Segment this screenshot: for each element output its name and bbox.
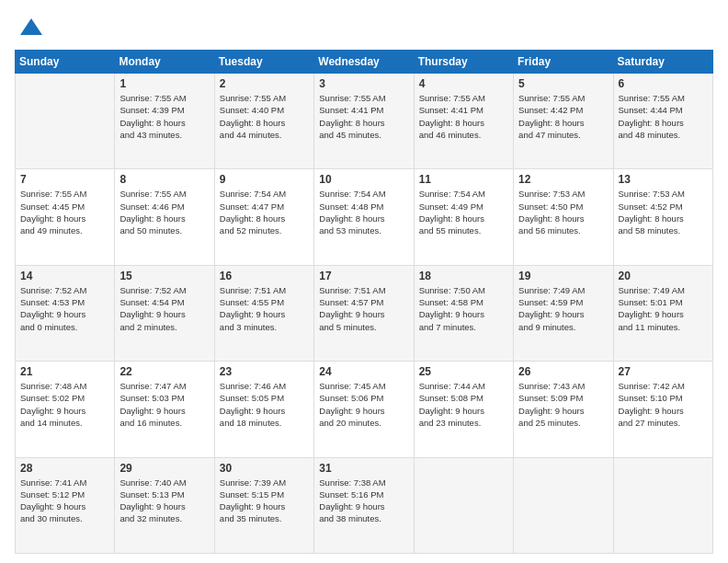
header	[15, 15, 713, 40]
day-info: Sunrise: 7:43 AMSunset: 5:09 PMDaylight:…	[518, 380, 608, 429]
calendar-cell: 9Sunrise: 7:54 AMSunset: 4:47 PMDaylight…	[214, 169, 313, 265]
day-info: Sunrise: 7:49 AMSunset: 4:59 PMDaylight:…	[518, 284, 608, 333]
calendar-cell: 2Sunrise: 7:55 AMSunset: 4:40 PMDaylight…	[214, 74, 313, 169]
day-number: 10	[319, 173, 408, 186]
day-number: 5	[518, 77, 608, 90]
day-info: Sunrise: 7:53 AMSunset: 4:50 PMDaylight:…	[518, 188, 608, 236]
calendar-cell	[414, 457, 513, 553]
day-number: 29	[119, 462, 209, 475]
day-info: Sunrise: 7:54 AMSunset: 4:49 PMDaylight:…	[419, 188, 508, 236]
calendar-cell: 1Sunrise: 7:55 AMSunset: 4:39 PMDaylight…	[115, 74, 214, 169]
weekday-header-wednesday: Wednesday	[314, 51, 414, 74]
week-row-4: 21Sunrise: 7:48 AMSunset: 5:02 PMDayligh…	[16, 362, 713, 457]
day-info: Sunrise: 7:45 AMSunset: 5:06 PMDaylight:…	[319, 380, 408, 429]
day-info: Sunrise: 7:51 AMSunset: 4:57 PMDaylight:…	[319, 284, 408, 333]
calendar-cell: 14Sunrise: 7:52 AMSunset: 4:53 PMDayligh…	[16, 265, 115, 361]
day-number: 13	[619, 173, 708, 186]
calendar-cell: 29Sunrise: 7:40 AMSunset: 5:13 PMDayligh…	[115, 457, 214, 553]
calendar-cell	[613, 457, 712, 553]
calendar-cell: 18Sunrise: 7:50 AMSunset: 4:58 PMDayligh…	[414, 265, 513, 361]
calendar-cell: 21Sunrise: 7:48 AMSunset: 5:02 PMDayligh…	[16, 362, 115, 457]
day-number: 24	[319, 365, 408, 378]
calendar-cell: 3Sunrise: 7:55 AMSunset: 4:41 PMDaylight…	[314, 74, 414, 169]
weekday-header-monday: Monday	[115, 51, 214, 74]
calendar-cell: 23Sunrise: 7:46 AMSunset: 5:05 PMDayligh…	[214, 362, 313, 457]
day-info: Sunrise: 7:55 AMSunset: 4:41 PMDaylight:…	[319, 92, 408, 141]
day-number: 4	[419, 77, 508, 90]
day-number: 22	[119, 365, 209, 378]
day-number: 27	[619, 365, 708, 378]
calendar-cell: 16Sunrise: 7:51 AMSunset: 4:55 PMDayligh…	[214, 265, 313, 361]
day-number: 23	[220, 365, 309, 378]
week-row-1: 1Sunrise: 7:55 AMSunset: 4:39 PMDaylight…	[16, 74, 713, 169]
calendar-cell: 7Sunrise: 7:55 AMSunset: 4:45 PMDaylight…	[16, 169, 115, 265]
calendar-cell: 20Sunrise: 7:49 AMSunset: 5:01 PMDayligh…	[613, 265, 712, 361]
calendar-cell: 12Sunrise: 7:53 AMSunset: 4:50 PMDayligh…	[514, 169, 613, 265]
day-number: 12	[518, 173, 608, 186]
day-info: Sunrise: 7:49 AMSunset: 5:01 PMDaylight:…	[619, 284, 708, 333]
weekday-header-saturday: Saturday	[613, 51, 712, 74]
weekday-header-sunday: Sunday	[16, 51, 115, 74]
weekday-header-tuesday: Tuesday	[214, 51, 313, 74]
calendar-cell: 15Sunrise: 7:52 AMSunset: 4:54 PMDayligh…	[115, 265, 214, 361]
day-number: 1	[119, 77, 209, 90]
calendar-cell	[514, 457, 613, 553]
day-number: 2	[220, 77, 309, 90]
calendar-cell: 5Sunrise: 7:55 AMSunset: 4:42 PMDaylight…	[514, 74, 613, 169]
calendar-cell: 4Sunrise: 7:55 AMSunset: 4:41 PMDaylight…	[414, 74, 513, 169]
day-info: Sunrise: 7:41 AMSunset: 5:12 PMDaylight:…	[20, 477, 109, 525]
day-info: Sunrise: 7:55 AMSunset: 4:46 PMDaylight:…	[119, 188, 209, 236]
day-number: 20	[619, 270, 708, 282]
calendar-cell: 26Sunrise: 7:43 AMSunset: 5:09 PMDayligh…	[514, 362, 613, 457]
day-number: 28	[20, 462, 109, 475]
day-number: 9	[220, 173, 309, 186]
logo	[15, 15, 44, 40]
day-number: 21	[20, 365, 109, 378]
day-info: Sunrise: 7:55 AMSunset: 4:40 PMDaylight:…	[220, 92, 309, 141]
day-number: 15	[119, 270, 209, 282]
calendar-cell: 30Sunrise: 7:39 AMSunset: 5:15 PMDayligh…	[214, 457, 313, 553]
weekday-header-row: SundayMondayTuesdayWednesdayThursdayFrid…	[16, 51, 713, 74]
calendar-table: SundayMondayTuesdayWednesdayThursdayFrid…	[15, 50, 713, 554]
day-number: 19	[518, 270, 608, 282]
day-info: Sunrise: 7:50 AMSunset: 4:58 PMDaylight:…	[419, 284, 508, 333]
day-number: 26	[518, 365, 608, 378]
week-row-2: 7Sunrise: 7:55 AMSunset: 4:45 PMDaylight…	[16, 169, 713, 265]
day-info: Sunrise: 7:52 AMSunset: 4:53 PMDaylight:…	[20, 284, 109, 333]
day-number: 17	[319, 270, 408, 282]
day-info: Sunrise: 7:44 AMSunset: 5:08 PMDaylight:…	[419, 380, 508, 429]
day-number: 18	[419, 270, 508, 282]
day-number: 30	[220, 462, 309, 475]
day-number: 3	[319, 77, 408, 90]
day-info: Sunrise: 7:39 AMSunset: 5:15 PMDaylight:…	[220, 477, 309, 525]
day-number: 16	[220, 270, 309, 282]
day-number: 11	[419, 173, 508, 186]
day-info: Sunrise: 7:54 AMSunset: 4:47 PMDaylight:…	[220, 188, 309, 236]
calendar-cell: 24Sunrise: 7:45 AMSunset: 5:06 PMDayligh…	[314, 362, 414, 457]
page: SundayMondayTuesdayWednesdayThursdayFrid…	[0, 0, 728, 563]
day-info: Sunrise: 7:52 AMSunset: 4:54 PMDaylight:…	[119, 284, 209, 333]
day-info: Sunrise: 7:55 AMSunset: 4:41 PMDaylight:…	[419, 92, 508, 141]
day-number: 6	[619, 77, 708, 90]
day-info: Sunrise: 7:55 AMSunset: 4:44 PMDaylight:…	[619, 92, 708, 141]
day-number: 25	[419, 365, 508, 378]
svg-marker-0	[20, 18, 42, 35]
week-row-5: 28Sunrise: 7:41 AMSunset: 5:12 PMDayligh…	[16, 457, 713, 553]
weekday-header-thursday: Thursday	[414, 51, 513, 74]
day-info: Sunrise: 7:47 AMSunset: 5:03 PMDaylight:…	[119, 380, 209, 429]
calendar-cell: 27Sunrise: 7:42 AMSunset: 5:10 PMDayligh…	[613, 362, 712, 457]
calendar-cell: 11Sunrise: 7:54 AMSunset: 4:49 PMDayligh…	[414, 169, 513, 265]
calendar-cell: 17Sunrise: 7:51 AMSunset: 4:57 PMDayligh…	[314, 265, 414, 361]
day-info: Sunrise: 7:51 AMSunset: 4:55 PMDaylight:…	[220, 284, 309, 333]
calendar-cell	[16, 74, 115, 169]
day-number: 14	[20, 270, 109, 282]
calendar-cell: 6Sunrise: 7:55 AMSunset: 4:44 PMDaylight…	[613, 74, 712, 169]
day-info: Sunrise: 7:38 AMSunset: 5:16 PMDaylight:…	[319, 477, 408, 525]
day-info: Sunrise: 7:46 AMSunset: 5:05 PMDaylight:…	[220, 380, 309, 429]
calendar-cell: 28Sunrise: 7:41 AMSunset: 5:12 PMDayligh…	[16, 457, 115, 553]
day-info: Sunrise: 7:42 AMSunset: 5:10 PMDaylight:…	[619, 380, 708, 429]
calendar-cell: 31Sunrise: 7:38 AMSunset: 5:16 PMDayligh…	[314, 457, 414, 553]
day-info: Sunrise: 7:48 AMSunset: 5:02 PMDaylight:…	[20, 380, 109, 429]
day-info: Sunrise: 7:55 AMSunset: 4:42 PMDaylight:…	[518, 92, 608, 141]
calendar-cell: 13Sunrise: 7:53 AMSunset: 4:52 PMDayligh…	[613, 169, 712, 265]
